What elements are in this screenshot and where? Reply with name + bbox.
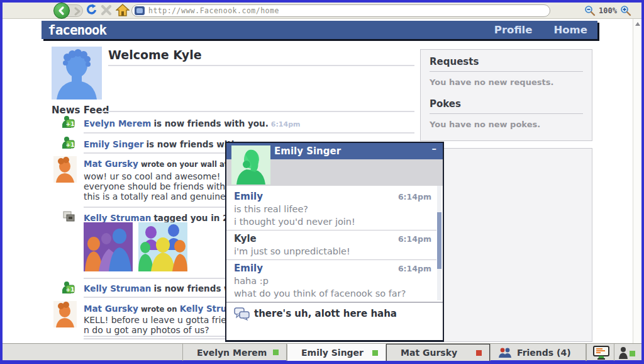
home-button[interactable] [116, 4, 130, 19]
stop-x-icon [100, 4, 113, 16]
chat-message-sender: Emily [234, 191, 263, 202]
home-icon [116, 4, 130, 16]
friends-icon [498, 348, 512, 358]
chat-tab-label: Mat Gursky [401, 348, 471, 358]
chat-tab-evelyn-merem[interactable]: Evelyn Merem [183, 344, 287, 361]
online-status-dot [273, 350, 279, 355]
chat-title: Emily Singer [274, 145, 341, 157]
nav-home-link[interactable]: Home [553, 24, 587, 36]
feed-item: Evelyn Meremis now friends with you.6:14… [84, 118, 301, 128]
divider [100, 111, 414, 112]
zoom-controls: 100% [584, 4, 631, 17]
url-text[interactable]: http://www.Facenook.com/home [148, 6, 279, 15]
person-status-icon [618, 346, 636, 359]
feed-action-text: wrote on [141, 305, 177, 314]
page-scrollbar[interactable] [633, 19, 641, 343]
divider [430, 113, 583, 114]
friend-plus-icon: +1 [62, 281, 75, 293]
chat-message-line: i thought you'd never join! [234, 217, 355, 227]
wall-post-line: wow! ur so cool and awesome! [84, 171, 220, 181]
refresh-button[interactable] [86, 4, 98, 19]
wall-post-line: everyone should be friends with uuu [84, 181, 245, 191]
wall-post-line: n do u got any photos of us? [84, 325, 209, 335]
page-title: Welcome Kyle [108, 48, 202, 62]
back-arrow-icon [57, 6, 67, 16]
friend-plus-icon: +1 [62, 136, 75, 149]
chat-message-time: 6:14pm [398, 264, 431, 273]
feed-user-avatar[interactable] [53, 156, 77, 183]
screen-icon [592, 345, 610, 360]
chat-message-line: what do you think of facenook so far? [234, 288, 406, 299]
facenook-logo[interactable]: facenook [42, 23, 106, 38]
chat-taskbar: Evelyn Merem Emily Singer Mat Gursky Fri… [3, 343, 641, 360]
feed-user-link[interactable]: Mat Gursky [84, 304, 138, 314]
screen-mode-button[interactable] [590, 344, 613, 360]
browser-toolbar: http://www.Facenook.com/home 100% [3, 3, 641, 19]
photos-icon [63, 211, 75, 222]
feed-user-link[interactable]: Kelly Struman [84, 283, 151, 293]
chat-tab-mat-gursky[interactable]: Mat Gursky [386, 344, 490, 361]
stop-button[interactable] [100, 4, 113, 19]
chat-window-emily: Emily Singer – Emily 6:14pm is this real… [225, 142, 444, 342]
chat-message-time: 6:14pm [398, 234, 431, 244]
chat-input[interactable]: there's uh, alott here haha [254, 308, 397, 319]
chat-tab-label: Evelyn Merem [197, 348, 268, 358]
zoom-level: 100% [599, 6, 617, 15]
divider [614, 344, 614, 361]
chat-tab-label: Emily Singer [301, 348, 367, 358]
feed-user-link[interactable]: Kelly Struman [84, 213, 151, 223]
chat-input-row[interactable]: there's uh, alott here haha [226, 303, 443, 328]
game-window: http://www.Facenook.com/home 100% faceno… [0, 0, 644, 364]
news-feed-heading: News Feed [52, 105, 109, 116]
feed-user-link[interactable]: Evelyn Merem [84, 118, 151, 128]
divider [586, 344, 587, 361]
chat-message-sender: Kyle [234, 233, 257, 244]
address-bar[interactable]: http://www.Facenook.com/home [131, 4, 550, 17]
chat-tab-emily-singer[interactable]: Emily Singer [287, 344, 386, 361]
divider [84, 132, 414, 134]
online-status-dot [372, 350, 378, 356]
page-content: facenook Profile Home Welcome Kyle News … [3, 19, 641, 343]
zoom-in-icon[interactable] [620, 5, 631, 16]
divider [226, 230, 436, 230]
chat-bubble-icon [234, 307, 250, 321]
offline-status-dot [476, 350, 482, 356]
chat-message-sender: Emily [234, 263, 263, 274]
chat-message-line: is this real lifee? [234, 204, 308, 214]
divider [226, 259, 436, 260]
friend-plus-icon: +1 [62, 115, 75, 128]
feed-timestamp: 6:14pm [271, 120, 301, 128]
feed-user-avatar[interactable] [53, 301, 77, 327]
requests-pokes-panel: Requests You have no new requests. Pokes… [420, 49, 592, 141]
refresh-icon [86, 4, 98, 16]
chat-avatar [231, 145, 270, 185]
chat-message-line: haha :p [234, 276, 269, 286]
chat-message-time: 6:14pm [398, 192, 431, 202]
feed-action-text: wrote on your wall at [141, 160, 228, 169]
svg-text:+1: +1 [66, 287, 75, 293]
site-favicon-icon [135, 6, 145, 15]
chat-message-line: i'm just so unpredictable! [234, 246, 350, 256]
divider [430, 71, 583, 72]
feed-user-link[interactable]: Mat Gursky [84, 159, 138, 169]
feed-user-link[interactable]: Emily Singer [84, 139, 143, 149]
nav-profile-link[interactable]: Profile [494, 24, 533, 36]
pokes-heading: Pokes [430, 98, 583, 110]
sidebar-empty-panel [420, 148, 592, 342]
requests-empty-text: You have no new requests. [430, 77, 583, 87]
svg-text:+1: +1 [66, 142, 75, 148]
back-button[interactable] [53, 3, 70, 19]
tagged-photo-thumbnail[interactable] [84, 222, 133, 271]
friends-tab-label: Friends (4) [517, 348, 578, 358]
tagged-photo-thumbnail[interactable] [138, 222, 187, 271]
divider [108, 65, 414, 66]
pokes-empty-text: You have no new pokes. [430, 120, 583, 129]
friends-tab[interactable]: Friends (4) [490, 344, 586, 361]
zoom-out-icon[interactable] [584, 5, 596, 16]
chat-scrollbar-thumb[interactable] [437, 212, 441, 269]
profile-avatar[interactable] [52, 47, 102, 100]
chat-scrollbar[interactable] [437, 186, 441, 300]
scrollbar-up-icon[interactable] [635, 22, 640, 26]
minimize-button[interactable]: – [432, 143, 437, 154]
online-status-button[interactable] [616, 344, 638, 360]
